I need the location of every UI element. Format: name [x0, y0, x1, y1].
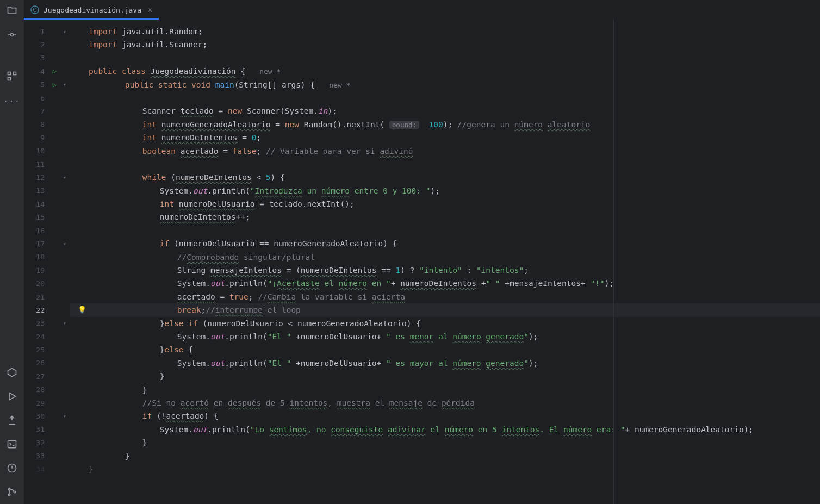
intention-bulb-icon[interactable]: 💡	[78, 303, 86, 316]
code-line[interactable]: public class Juegodeadivinación { new *	[70, 65, 820, 78]
gutter-row[interactable]: 25	[24, 343, 69, 356]
terminal-icon[interactable]	[7, 439, 17, 450]
gutter-row[interactable]: 34	[24, 463, 69, 476]
gutter-row[interactable]: 33	[24, 450, 69, 463]
gutter-row[interactable]: 32	[24, 436, 69, 449]
code-line[interactable]: while (numeroDeIntentos < 5) {	[70, 171, 820, 184]
gutter-row[interactable]: 5▷▾	[24, 78, 69, 91]
code-line[interactable]: numeroDeIntentos++;	[70, 210, 820, 223]
gutter-row[interactable]: 3	[24, 52, 69, 65]
code-area[interactable]: import java.util.Random; import java.uti…	[69, 20, 820, 504]
svg-marker-5	[9, 393, 16, 400]
code-line[interactable]: System.out.println("El " +numeroDelUsuar…	[70, 330, 820, 343]
fold-icon[interactable]: ▾	[63, 82, 66, 88]
svg-point-0	[11, 34, 14, 36]
commit-icon[interactable]	[7, 29, 17, 40]
gutter-row[interactable]: 21	[24, 290, 69, 303]
fold-icon[interactable]: ▾	[63, 320, 66, 326]
more-icon[interactable]: ···	[7, 96, 17, 107]
close-icon[interactable]: ×	[146, 5, 152, 14]
run-gutter-icon[interactable]: ▷	[53, 67, 57, 75]
code-line[interactable]: int numeroDeIntentos = 0;	[70, 131, 820, 144]
code-line[interactable]: }	[70, 450, 820, 463]
editor-tabs: C Juegodeadivinación.java ×	[24, 0, 820, 20]
gutter-row[interactable]: 18	[24, 251, 69, 264]
code-line[interactable]: acertado = true; //Cambia la variable si…	[70, 290, 820, 303]
code-line[interactable]	[70, 158, 820, 171]
gutter-row[interactable]: 26	[24, 357, 69, 370]
gutter-row[interactable]: 17▾	[24, 237, 69, 250]
gutter-row[interactable]: 7	[24, 104, 69, 117]
gutter-row[interactable]: 27	[24, 370, 69, 383]
gutter-row[interactable]: 4▷	[24, 65, 69, 78]
code-line[interactable]: public static void main(String[] args) {…	[70, 78, 820, 91]
structure-icon[interactable]	[7, 71, 17, 82]
code-line[interactable]: }	[70, 370, 820, 383]
code-line[interactable]: }	[70, 383, 820, 396]
build-icon[interactable]	[7, 415, 17, 426]
code-line[interactable]: }else {	[70, 343, 820, 356]
code-line[interactable]	[70, 52, 820, 65]
gutter-row[interactable]: 9	[24, 131, 69, 144]
code-line[interactable]: import java.util.Random;	[70, 25, 820, 38]
code-line[interactable]: }	[70, 463, 820, 476]
tab-filename: Juegodeadivinación.java	[44, 6, 141, 14]
code-line[interactable]: //Comprobando singular/plural	[70, 251, 820, 264]
code-line[interactable]	[70, 224, 820, 237]
code-line[interactable]: break;//interrumpe el loop💡	[70, 303, 820, 316]
gutter-row[interactable]: 1▾	[24, 25, 69, 38]
code-line[interactable]: //Si no acertó en después de 5 intentos,…	[70, 396, 820, 409]
svg-point-8	[8, 488, 10, 490]
gutter-row[interactable]: 16	[24, 224, 69, 237]
gutter-row[interactable]: 30▾	[24, 409, 69, 422]
vcs-icon[interactable]	[7, 487, 17, 497]
gutter-row[interactable]: 19	[24, 264, 69, 277]
run-icon[interactable]	[7, 391, 17, 402]
gutter-row[interactable]: 20	[24, 277, 69, 290]
gutter-row[interactable]: 13	[24, 184, 69, 197]
gutter-row[interactable]: 22	[24, 303, 69, 316]
svg-point-9	[8, 494, 10, 495]
gutter-row[interactable]: 8	[24, 118, 69, 131]
tab-file[interactable]: C Juegodeadivinación.java ×	[24, 0, 159, 20]
code-line[interactable]: }	[70, 436, 820, 449]
gutter-row[interactable]: 11	[24, 158, 69, 171]
code-line[interactable]	[70, 91, 820, 104]
code-line[interactable]: }else if (numeroDelUsuario < numeroGener…	[70, 317, 820, 330]
gutter[interactable]: 1▾234▷5▷▾6789101112▾1314151617▾181920212…	[24, 20, 69, 504]
code-line[interactable]: System.out.println("Lo sentimos, no cons…	[70, 423, 820, 436]
problems-icon[interactable]	[7, 463, 17, 474]
editor[interactable]: 1▾234▷5▷▾6789101112▾1314151617▾181920212…	[24, 20, 820, 504]
code-line[interactable]: if (numeroDelUsuario == numeroGeneradoAl…	[70, 237, 820, 250]
svg-rect-2	[14, 72, 16, 75]
gutter-row[interactable]: 2	[24, 38, 69, 51]
gutter-row[interactable]: 28	[24, 383, 69, 396]
services-icon[interactable]	[7, 367, 17, 378]
code-line[interactable]: System.out.println("¡Acertaste el número…	[70, 277, 820, 290]
code-line[interactable]: int numeroGeneradoAleatorio = new Random…	[70, 118, 820, 131]
gutter-row[interactable]: 14	[24, 197, 69, 210]
fold-icon[interactable]: ▾	[63, 413, 66, 419]
code-line[interactable]: boolean acertado = false; // Variable pa…	[70, 145, 820, 158]
code-line[interactable]: Scanner teclado = new Scanner(System.in)…	[70, 104, 820, 117]
code-line[interactable]: System.out.println("El " +numeroDelUsuar…	[70, 357, 820, 370]
project-icon[interactable]	[7, 4, 17, 15]
code-line[interactable]: import java.util.Scanner;	[70, 38, 820, 51]
gutter-row[interactable]: 31	[24, 423, 69, 436]
gutter-row[interactable]: 29	[24, 396, 69, 409]
gutter-row[interactable]: 15	[24, 210, 69, 223]
code-line[interactable]: int numeroDelUsuario = teclado.nextInt()…	[70, 197, 820, 210]
run-gutter-icon[interactable]: ▷	[53, 81, 57, 89]
fold-icon[interactable]: ▾	[63, 241, 66, 247]
gutter-row[interactable]: 12▾	[24, 171, 69, 184]
gutter-row[interactable]: 23▾	[24, 317, 69, 330]
svg-rect-1	[8, 72, 11, 75]
code-line[interactable]: System.out.println("Introduzca un número…	[70, 184, 820, 197]
code-line[interactable]: String mensajeIntentos = (numeroDeIntent…	[70, 264, 820, 277]
gutter-row[interactable]: 10	[24, 145, 69, 158]
code-line[interactable]: if (!acertado) {	[70, 409, 820, 422]
gutter-row[interactable]: 24	[24, 330, 69, 343]
fold-icon[interactable]: ▾	[63, 29, 66, 35]
gutter-row[interactable]: 6	[24, 91, 69, 104]
fold-icon[interactable]: ▾	[63, 175, 66, 181]
